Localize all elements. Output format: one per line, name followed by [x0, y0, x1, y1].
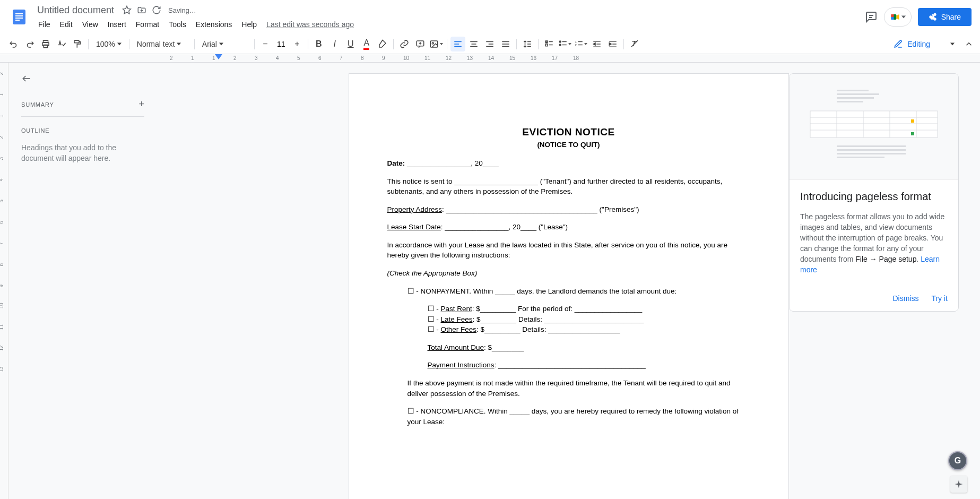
svg-marker-9	[896, 14, 899, 20]
svg-rect-75	[911, 132, 914, 135]
menu-view[interactable]: View	[78, 18, 102, 31]
share-button[interactable]: Share	[918, 8, 972, 26]
title-bar: Untitled document Saving… File Edit View…	[0, 0, 980, 34]
svg-point-25	[432, 42, 433, 44]
fontsize-dec-icon[interactable]: −	[258, 37, 273, 51]
svg-marker-20	[219, 42, 223, 45]
paint-format-icon[interactable]	[70, 37, 85, 51]
numbered-list-icon[interactable]: 12	[574, 37, 588, 51]
bold-icon[interactable]: B	[311, 37, 326, 51]
horizontal-ruler[interactable]: 21123456789101112131415161718	[0, 54, 980, 63]
fontsize-inc-icon[interactable]: +	[290, 37, 305, 51]
menu-bar: File Edit View Insert Format Tools Exten…	[34, 18, 865, 31]
menu-help[interactable]: Help	[237, 18, 261, 31]
undo-icon[interactable]	[6, 37, 21, 51]
editing-mode-button[interactable]: Editing	[889, 37, 959, 51]
promo-text: The pageless format allows you to add wi…	[800, 211, 948, 275]
underline-icon[interactable]: U	[343, 37, 358, 51]
outline-back-icon[interactable]	[21, 73, 34, 86]
promo-title: Introducing pageless format	[800, 191, 948, 203]
image-icon[interactable]	[429, 37, 444, 51]
doc-subheading: (NOTICE TO QUIT)	[387, 140, 750, 150]
docs-logo[interactable]	[8, 6, 30, 28]
svg-rect-78	[837, 153, 906, 154]
font-select[interactable]: Arial	[198, 37, 251, 51]
comment-history-icon[interactable]	[865, 11, 878, 23]
document-page[interactable]: EVICTION NOTICE (NOTICE TO QUIT) Date: _…	[349, 73, 789, 499]
align-right-icon[interactable]	[482, 37, 497, 51]
toolbar: 100% Normal text Arial − + B I U A 12 Ed…	[0, 34, 980, 54]
menu-edit[interactable]: Edit	[56, 18, 77, 31]
vertical-ruler[interactable]: 2112345678910111213	[0, 63, 8, 499]
svg-text:1: 1	[575, 40, 577, 43]
svg-rect-63	[837, 93, 879, 95]
add-summary-icon[interactable]: +	[138, 99, 144, 110]
align-left-icon[interactable]	[450, 37, 465, 51]
align-center-icon[interactable]	[466, 37, 481, 51]
svg-rect-62	[837, 90, 869, 91]
menu-tools[interactable]: Tools	[164, 18, 190, 31]
summary-label: SUMMARY	[21, 101, 54, 108]
svg-rect-76	[837, 145, 906, 147]
svg-rect-66	[810, 111, 938, 137]
indent-decrease-icon[interactable]	[589, 37, 604, 51]
menu-extensions[interactable]: Extensions	[192, 18, 236, 31]
svg-rect-10	[891, 14, 894, 17]
svg-text:2: 2	[575, 43, 577, 46]
saving-status: Saving…	[168, 6, 196, 14]
svg-rect-40	[545, 44, 548, 46]
text-color-icon[interactable]: A	[359, 37, 374, 51]
zoom-select[interactable]: 100%	[92, 37, 126, 51]
svg-marker-45	[568, 43, 571, 45]
promo-illustration	[790, 74, 958, 180]
try-it-button[interactable]: Try it	[931, 294, 948, 303]
collapse-toolbar-icon[interactable]	[964, 39, 974, 49]
svg-marker-5	[123, 6, 131, 14]
svg-marker-80	[955, 480, 963, 488]
spellcheck-icon[interactable]	[54, 37, 69, 51]
svg-marker-60	[215, 54, 222, 59]
meet-button[interactable]	[884, 7, 912, 27]
last-edit-link[interactable]: Last edit was seconds ago	[266, 20, 354, 29]
italic-icon[interactable]: I	[327, 37, 342, 51]
star-icon[interactable]	[122, 5, 132, 15]
menu-insert[interactable]: Insert	[103, 18, 131, 31]
menu-file[interactable]: File	[34, 18, 55, 31]
outline-placeholder: Headings that you add to the document wi…	[21, 142, 144, 164]
svg-rect-11	[891, 17, 894, 20]
grammarly-icon[interactable]: G	[948, 451, 967, 470]
align-justify-icon[interactable]	[498, 37, 513, 51]
svg-marker-19	[177, 42, 181, 45]
svg-marker-59	[950, 42, 955, 45]
explore-icon[interactable]	[950, 476, 967, 493]
indent-increase-icon[interactable]	[605, 37, 620, 51]
bullet-list-icon[interactable]	[558, 37, 573, 51]
doc-heading: EVICTION NOTICE	[387, 125, 750, 140]
link-icon[interactable]	[397, 37, 412, 51]
highlight-icon[interactable]	[375, 37, 390, 51]
checklist-icon[interactable]	[542, 37, 557, 51]
dismiss-button[interactable]: Dismiss	[892, 294, 918, 303]
comment-icon[interactable]	[413, 37, 428, 51]
fontsize-input[interactable]	[274, 40, 289, 48]
line-spacing-icon[interactable]	[520, 37, 535, 51]
svg-rect-3	[15, 18, 23, 19]
svg-marker-58	[609, 42, 611, 45]
svg-marker-18	[117, 42, 122, 45]
share-label: Share	[941, 13, 961, 21]
menu-format[interactable]: Format	[132, 18, 163, 31]
main-area: 2112345678910111213 SUMMARY + OUTLINE He…	[0, 63, 980, 499]
clear-format-icon[interactable]	[627, 37, 642, 51]
style-select[interactable]: Normal text	[133, 37, 191, 51]
document-title[interactable]: Untitled document	[34, 4, 117, 17]
svg-marker-54	[593, 42, 595, 45]
print-icon[interactable]	[38, 37, 53, 51]
move-icon[interactable]	[136, 5, 147, 15]
svg-marker-50	[584, 43, 587, 45]
pageless-promo-card: Introducing pageless format The pageless…	[789, 73, 959, 312]
redo-icon[interactable]	[22, 37, 37, 51]
outline-label: OUTLINE	[21, 127, 144, 134]
svg-rect-2	[15, 15, 23, 16]
svg-rect-1	[15, 13, 23, 14]
outline-panel: SUMMARY + OUTLINE Headings that you add …	[8, 63, 157, 499]
